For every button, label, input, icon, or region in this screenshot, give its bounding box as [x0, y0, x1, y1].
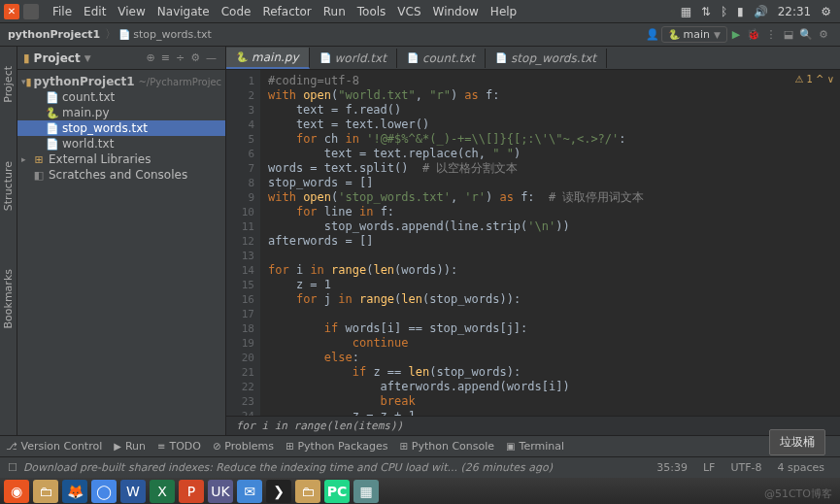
project-panel-title[interactable]: ▮Project ▼ — [23, 51, 143, 65]
caret-position[interactable]: 35:39 — [656, 461, 688, 474]
chevron-down-icon: ▼ — [714, 30, 721, 40]
menu-tools[interactable]: Tools — [352, 5, 392, 18]
more-run-button[interactable]: ⋮ — [762, 26, 780, 44]
watermark: @51CTO博客 — [764, 487, 832, 501]
editor-tab[interactable]: 📄world.txt — [310, 49, 397, 68]
expand-icon[interactable]: ≡ — [158, 51, 173, 64]
app-icon[interactable]: ▦ — [353, 480, 379, 503]
excel-icon[interactable]: X — [150, 480, 175, 503]
tooltip: 垃圾桶 — [769, 429, 825, 455]
project-tool-window: ▮Project ▼ ⊕ ≡ ÷ ⚙ — ▾▮ pythonProject1 ~… — [17, 47, 226, 435]
line-separator[interactable]: LF — [703, 461, 715, 474]
word-icon[interactable]: W — [120, 480, 146, 503]
debug-button[interactable]: 🐞 — [745, 26, 762, 44]
window-close-button[interactable]: ✕ — [4, 4, 19, 19]
system-menubar: ✕ FileEditViewNavigateCodeRefactorRunToo… — [0, 0, 840, 23]
breadcrumb-file[interactable]: stop_words.txt — [133, 28, 212, 41]
tree-external-libraries[interactable]: ▸⊞ External Libraries — [17, 151, 225, 167]
file-encoding[interactable]: UTF-8 — [730, 461, 761, 474]
run-button[interactable]: ▶ — [727, 26, 745, 44]
menu-edit[interactable]: Edit — [78, 5, 112, 18]
indent-info[interactable]: 4 spaces — [778, 461, 825, 474]
battery-icon[interactable]: ▮ — [732, 5, 749, 18]
editor-breadcrumb[interactable]: for i in range(len(items)) — [226, 416, 840, 435]
settings-icon[interactable]: ⚙ — [816, 5, 836, 18]
menu-refactor[interactable]: Refactor — [256, 5, 317, 18]
ide-toolbar: pythonProject1 〉 📄 stop_words.txt 👤 🐍 ma… — [0, 23, 840, 47]
gear-icon[interactable]: ⚙ — [187, 51, 203, 64]
run-config-label: main — [684, 28, 710, 41]
bottom-tab-python-console[interactable]: ⊞Python Console — [399, 440, 494, 453]
tree-file[interactable]: 📄stop_words.txt — [17, 120, 225, 136]
tree-root[interactable]: ▾▮ pythonProject1 ~/PycharmProjec — [17, 74, 225, 89]
tree-file[interactable]: 📄count.txt — [17, 89, 225, 105]
menu-vcs[interactable]: VCS — [391, 5, 426, 18]
hide-icon[interactable]: — — [203, 51, 219, 64]
clock[interactable]: 22:31 — [773, 5, 817, 18]
python-icon: 🐍 — [668, 29, 680, 40]
chromium-icon[interactable]: ◯ — [91, 480, 117, 503]
sidebar-tab-structure[interactable]: Structure — [2, 161, 15, 211]
left-tool-strip: Project Structure Bookmarks — [0, 47, 17, 435]
sidebar-tab-bookmarks[interactable]: Bookmarks — [2, 269, 15, 328]
settings-button[interactable]: ⚙ — [815, 26, 832, 44]
powerpoint-icon[interactable]: P — [179, 480, 204, 503]
volume-icon[interactable]: 🔊 — [749, 5, 773, 18]
collapse-icon[interactable]: ÷ — [173, 51, 187, 64]
bottom-tab-run[interactable]: ▶Run — [114, 440, 146, 453]
search-everywhere-button[interactable]: 🔍 — [797, 26, 815, 44]
bottom-tab-python-packages[interactable]: ⊞Python Packages — [286, 440, 387, 453]
file-icon: 📄 — [118, 29, 130, 40]
locate-icon[interactable]: ⊕ — [143, 51, 157, 64]
tree-file[interactable]: 🐍main.py — [17, 105, 225, 120]
terminal-icon[interactable]: ❯ — [266, 480, 291, 503]
bottom-tab-terminal[interactable]: ▣Terminal — [506, 440, 564, 453]
bottom-tool-strip: ⎇Version Control▶Run≡TODO⊘Problems⊞Pytho… — [0, 435, 840, 456]
folder-icon[interactable]: 🗀 — [295, 480, 320, 503]
editor-tab[interactable]: 📄count.txt — [397, 49, 486, 68]
os-taskbar: ◉ 🗀 🦊 ◯ W X P UK ✉ ❯ 🗀 PC ▦ — [0, 478, 840, 504]
pycharm-icon[interactable]: PC — [324, 480, 350, 503]
editor-tab[interactable]: 📄stop_words.txt — [486, 49, 607, 68]
ubuntu-launcher-icon[interactable]: ◉ — [4, 480, 29, 503]
network-icon[interactable]: ⇅ — [696, 5, 716, 18]
editor-tabs: 🐍main.py📄world.txt📄count.txt📄stop_words.… — [226, 47, 840, 70]
inspection-indicator[interactable]: ⚠ 1 ^ ∨ — [794, 74, 834, 84]
menu-navigate[interactable]: Navigate — [151, 5, 216, 18]
status-icon[interactable]: ☐ — [8, 461, 17, 474]
breadcrumb-project[interactable]: pythonProject1 — [8, 28, 100, 41]
code-editor[interactable]: #coding=utf-8 with open("world.txt", "r"… — [260, 70, 840, 416]
software-center-icon[interactable]: UK — [208, 480, 233, 503]
window-min-button[interactable] — [23, 4, 39, 19]
run-config-selector[interactable]: 🐍 main ▼ — [661, 26, 727, 43]
bottom-tab-version-control[interactable]: ⎇Version Control — [6, 440, 102, 453]
firefox-icon[interactable]: 🦊 — [62, 480, 87, 503]
tree-scratches[interactable]: ◧ Scratches and Consoles — [17, 167, 225, 183]
bottom-tab-problems[interactable]: ⊘Problems — [213, 440, 274, 453]
menu-code[interactable]: Code — [216, 5, 257, 18]
status-message[interactable]: Download pre-built shared indexes: Reduc… — [23, 461, 649, 474]
menu-help[interactable]: Help — [485, 5, 522, 18]
tree-file[interactable]: 📄world.txt — [17, 136, 225, 151]
sidebar-tab-project[interactable]: Project — [2, 66, 15, 103]
editor-area: 🐍main.py📄world.txt📄count.txt📄stop_words.… — [226, 47, 840, 435]
project-tree: ▾▮ pythonProject1 ~/PycharmProjec 📄count… — [17, 70, 225, 186]
user-icon[interactable]: 👤 — [644, 26, 661, 44]
editor-tab[interactable]: 🐍main.py — [226, 48, 310, 69]
build-button[interactable]: ⬓ — [780, 26, 797, 44]
menu-view[interactable]: View — [112, 5, 151, 18]
mail-icon[interactable]: ✉ — [237, 480, 262, 503]
menu-run[interactable]: Run — [318, 5, 352, 18]
menu-window[interactable]: Window — [427, 5, 485, 18]
menu-file[interactable]: File — [47, 5, 78, 18]
bluetooth-icon[interactable]: ᛒ — [716, 5, 732, 18]
status-bar: ☐ Download pre-built shared indexes: Red… — [0, 456, 840, 478]
files-icon[interactable]: 🗀 — [33, 480, 58, 503]
bottom-tab-todo[interactable]: ≡TODO — [157, 440, 201, 453]
gutter[interactable]: 1234567891011121314151617181920212223242… — [226, 70, 260, 416]
indicator-icon[interactable]: ▦ — [676, 5, 696, 18]
